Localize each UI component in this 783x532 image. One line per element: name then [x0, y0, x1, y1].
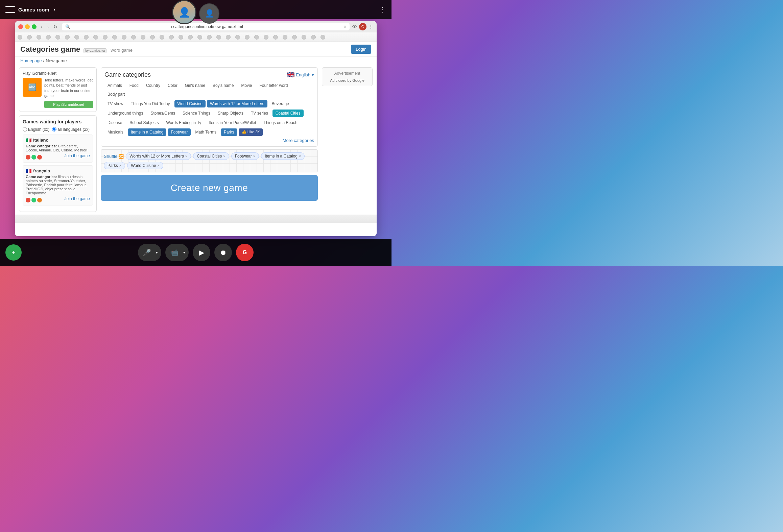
- iscramble-play-button[interactable]: Play iScramble.net: [44, 101, 93, 108]
- lang-english-label: English (0x): [28, 127, 49, 132]
- selected-tag-parks: Parks ×: [104, 162, 125, 169]
- create-game-button[interactable]: Create new game: [101, 175, 318, 201]
- remove-worldcuisine-button[interactable]: ×: [158, 164, 160, 168]
- browser-back-button[interactable]: ‹: [39, 23, 44, 30]
- remove-parks-button[interactable]: ×: [119, 164, 121, 168]
- tag-stones-gems[interactable]: Stones/Gems: [147, 110, 178, 117]
- notebook-hole: [122, 35, 126, 40]
- lang-selector[interactable]: 🇬🇧 English ▾: [287, 71, 314, 78]
- tag-underground[interactable]: Underground things: [104, 110, 146, 117]
- tag-science-things[interactable]: Science Things: [180, 110, 213, 117]
- video-button[interactable]: 📹: [165, 244, 183, 261]
- address-bar[interactable]: 🔍 scattergoriesonline.net/new-game.xhtml…: [62, 23, 350, 30]
- tag-coastal-cities[interactable]: Coastal Cities: [272, 110, 304, 117]
- login-button[interactable]: Login: [351, 45, 371, 54]
- lang-english-option[interactable]: English (0x): [23, 127, 49, 132]
- game-item-italiano: 🇮🇹 italiano Game categories: Città ester…: [23, 135, 93, 163]
- tag-country[interactable]: Country: [143, 82, 163, 89]
- room-chevron-icon[interactable]: ▾: [53, 7, 55, 12]
- tag-tv-show[interactable]: TV show: [104, 100, 126, 107]
- tag-animals[interactable]: Animals: [104, 82, 125, 89]
- tag-items-purse[interactable]: Items in Your Purse/Wallet: [206, 119, 259, 126]
- browser-user-avatar[interactable]: G: [359, 23, 366, 30]
- player-icon: [31, 198, 36, 202]
- notebook-hole: [311, 35, 316, 40]
- iscramble-box: Play iScramble.net 🔤 Take letters, make …: [19, 67, 97, 112]
- remove-words12-button[interactable]: ×: [185, 154, 187, 158]
- shuffle-area: Shuffle 🔀 Words with 12 or More Letters …: [104, 152, 315, 169]
- selected-tag-label: Footwear: [235, 154, 252, 159]
- notebook-hole: [160, 35, 164, 40]
- remove-catalog-button[interactable]: ×: [299, 154, 301, 158]
- tag-boys-name[interactable]: Boy's name: [210, 82, 237, 89]
- lang-all-radio[interactable]: [52, 127, 56, 131]
- tag-beverage[interactable]: Beverage: [269, 100, 292, 107]
- site-header: Categories game by Gamiac.net word game …: [15, 42, 377, 57]
- tag-fb-like[interactable]: 👍 Like 2K: [239, 128, 263, 136]
- mic-caret-button[interactable]: ▾: [156, 246, 161, 260]
- tag-disease[interactable]: Disease: [104, 119, 125, 126]
- tag-four-letter-word[interactable]: Four letter word: [256, 82, 291, 89]
- tag-words-12-letters[interactable]: Words with 12 or More Letters: [207, 100, 267, 107]
- notebook-hole: [273, 35, 278, 40]
- record-button[interactable]: ⏺: [214, 244, 232, 261]
- tag-musicals[interactable]: Musicals: [104, 128, 126, 136]
- browser-close-button[interactable]: [18, 24, 23, 29]
- ad-section: Advertisement Ad closed by Google: [322, 67, 373, 212]
- notebook-hole: [207, 35, 212, 40]
- play-button[interactable]: ▶: [193, 244, 210, 261]
- tag-things-today[interactable]: Things You Did Today: [128, 100, 173, 107]
- category-tags-row5: Musicals Items in a Catalog Footwear Mat…: [104, 128, 314, 136]
- mic-button[interactable]: 🎤: [138, 244, 156, 261]
- join-francais-button[interactable]: Join the game: [65, 196, 90, 201]
- tag-footwear[interactable]: Footwear: [168, 128, 191, 136]
- browser-maximize-button[interactable]: [32, 24, 37, 29]
- join-italiano-button[interactable]: Join the game: [65, 153, 90, 158]
- player-icons-italiano: [26, 155, 42, 160]
- browser-chrome: ‹ › ↻ 🔍 scattergoriesonline.net/new-game…: [15, 21, 377, 32]
- top-bar-center: 👤 👤: [172, 0, 219, 22]
- avatar-main: 👤: [172, 0, 196, 24]
- tag-food[interactable]: Food: [126, 82, 142, 89]
- tag-world-cuisine[interactable]: World Cuisine: [174, 100, 206, 107]
- page-content: Categories game by Gamiac.net word game …: [15, 32, 377, 236]
- tag-body-part[interactable]: Body part: [104, 91, 128, 98]
- tag-items-catalog[interactable]: Items in a Catalog: [128, 128, 167, 136]
- browser-eye-button[interactable]: 👁: [352, 24, 357, 29]
- lang-all-option[interactable]: all languages (2x): [52, 127, 90, 132]
- category-tags-row4: Disease School Subjects Words Ending in …: [104, 119, 314, 126]
- breadcrumb-home[interactable]: Homepage: [20, 58, 42, 63]
- left-sidebar: Play iScramble.net 🔤 Take letters, make …: [19, 67, 97, 212]
- add-button[interactable]: +: [5, 244, 22, 261]
- sidebar-toggle-button[interactable]: [5, 6, 15, 13]
- tag-things-beach[interactable]: Things on a Beach: [261, 119, 301, 126]
- tag-movie[interactable]: Movie: [238, 82, 255, 89]
- tag-math-terms[interactable]: Math Terms: [192, 128, 219, 136]
- selected-categories: Shuffle 🔀 Words with 12 or More Letters …: [101, 149, 318, 172]
- breadcrumb: Homepage / New game: [15, 57, 377, 65]
- shuffle-button[interactable]: Shuffle 🔀: [104, 154, 124, 159]
- mic-button-group: 🎤 ▾: [138, 244, 161, 261]
- tag-school-subjects[interactable]: School Subjects: [126, 119, 162, 126]
- selected-tag-label: Coastal Cities: [197, 154, 222, 159]
- grammarly-button[interactable]: G: [236, 244, 254, 261]
- tag-words-ending-ly[interactable]: Words Ending in -ly: [163, 119, 204, 126]
- tag-parks[interactable]: Parks: [221, 128, 237, 136]
- remove-footwear-button[interactable]: ×: [253, 154, 255, 158]
- tag-color[interactable]: Color: [165, 82, 181, 89]
- player-icon: [26, 155, 30, 160]
- tag-tv-series[interactable]: TV series: [248, 110, 271, 117]
- tag-sharp-objects[interactable]: Sharp Objects: [215, 110, 246, 117]
- more-options-icon[interactable]: ⋮: [379, 6, 386, 13]
- notebook-hole: [103, 35, 108, 40]
- tag-girls-name[interactable]: Girl's name: [182, 82, 208, 89]
- browser-minimize-button[interactable]: [25, 24, 30, 29]
- more-categories-link[interactable]: More categories: [104, 138, 314, 143]
- video-caret-button[interactable]: ▾: [183, 246, 189, 260]
- remove-coastal-button[interactable]: ×: [223, 154, 225, 158]
- browser-refresh-button[interactable]: ↻: [52, 23, 59, 30]
- browser-forward-button[interactable]: ›: [46, 23, 51, 30]
- browser-more-button[interactable]: ⋮: [369, 24, 373, 29]
- shuffle-label: Shuffle: [104, 154, 117, 159]
- lang-english-radio[interactable]: [23, 127, 27, 131]
